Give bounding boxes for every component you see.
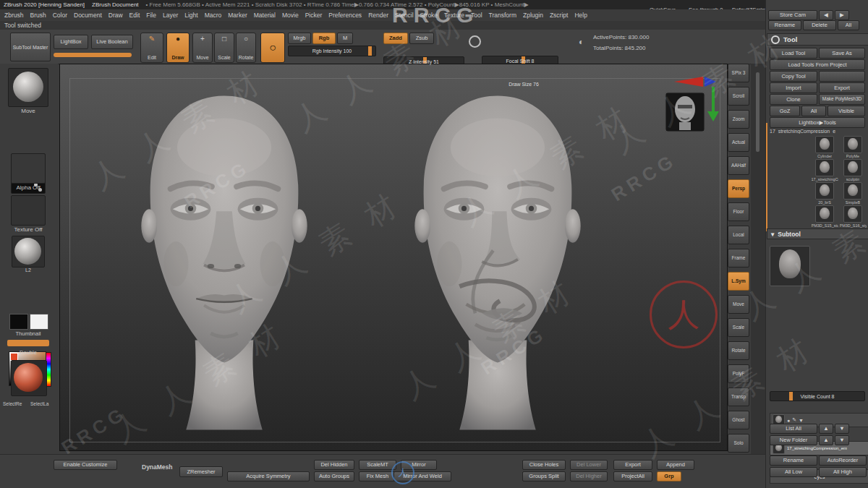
right-shelf-button[interactable]: Scroll: [728, 87, 749, 106]
menu-item[interactable]: Edit: [129, 12, 140, 19]
menu-item[interactable]: Picker: [305, 12, 323, 19]
export-button[interactable]: Export: [819, 82, 865, 93]
subtool-header[interactable]: ▾ Subtool: [767, 228, 868, 239]
grp-button[interactable]: Grp: [657, 471, 681, 481]
right-shelf-button[interactable]: L.Sym: [728, 272, 749, 291]
menu-item[interactable]: Zplugin: [523, 12, 543, 19]
right-shelf-button[interactable]: AAHalf: [728, 156, 749, 175]
right-shelf-button[interactable]: Move: [728, 295, 749, 314]
rgb-intensity-slider[interactable]: Rgb Intensity 100: [288, 46, 376, 56]
folder-down-button[interactable]: ▼: [835, 435, 849, 445]
tool-thumbnail[interactable]: sculptin: [839, 159, 867, 181]
menu-item[interactable]: Render: [368, 12, 388, 19]
live-boolean-button[interactable]: Live Boolean: [91, 35, 133, 49]
tool-thumbnail[interactable]: PolyMe: [839, 136, 867, 158]
folder-up-button[interactable]: ▲: [819, 435, 833, 445]
all-button[interactable]: All: [838, 20, 859, 30]
menu-item[interactable]: Marker: [228, 12, 247, 19]
load-tools-from-project-button[interactable]: Load Tools From Project: [770, 59, 865, 70]
select-rect-label[interactable]: SelectRe: [3, 402, 22, 407]
menu-item[interactable]: Preferences: [328, 12, 362, 19]
move-button[interactable]: + Move: [192, 33, 213, 63]
right-shelf-button[interactable]: Transp: [728, 388, 749, 406]
make-polymesh3d-button[interactable]: Make PolyMesh3D: [819, 94, 865, 105]
secondary-color-swatch[interactable]: [30, 314, 48, 330]
menu-item[interactable]: Stroke: [420, 12, 438, 19]
right-shelf-button[interactable]: Zoom: [728, 110, 749, 129]
right-shelf-button[interactable]: Rotate: [728, 341, 749, 360]
right-shelf-button[interactable]: Solo: [728, 434, 749, 453]
enable-customize-button[interactable]: Enable Customize: [54, 460, 117, 470]
lightbox-button[interactable]: LightBox: [54, 35, 88, 49]
tool-palette-header[interactable]: Tool: [767, 33, 868, 46]
load-tool-button[interactable]: Load Tool: [770, 48, 817, 59]
tool-thumbnail[interactable]: 20_brS: [811, 182, 838, 205]
tool-thumbnail[interactable]: PM3D_S16_sty: [839, 205, 867, 228]
zremesher-button[interactable]: ZRemesher: [179, 466, 223, 477]
mirror-button[interactable]: Mirror: [401, 460, 437, 470]
rgb-button[interactable]: Rgb: [312, 33, 336, 44]
groups-split-button[interactable]: Groups Split: [522, 471, 566, 481]
menu-item[interactable]: Transform: [489, 12, 516, 19]
del-higher-button[interactable]: Del Higher: [570, 471, 608, 481]
cam-prev-button[interactable]: ◀: [819, 10, 833, 20]
goz-visible-button[interactable]: Visible: [827, 106, 865, 116]
menu-item[interactable]: Material: [254, 12, 276, 19]
right-shelf-button[interactable]: SPix 3: [728, 64, 749, 82]
subtool-list-arrow-icon[interactable]: ▼: [799, 418, 804, 423]
dynamesh-button[interactable]: DynaMesh: [142, 464, 173, 471]
panel-scrollbar[interactable]: [756, 72, 760, 152]
menu-item[interactable]: Stencil: [395, 12, 414, 19]
alpha-thumbnail[interactable]: [11, 153, 46, 184]
all-low-button[interactable]: All Low: [770, 467, 817, 477]
focal-shift-slider[interactable]: Focal Shift 8: [482, 56, 558, 67]
menu-item[interactable]: Draw: [109, 12, 123, 19]
draw-size-slider[interactable]: Draw Size 76: [482, 79, 566, 90]
menu-item[interactable]: Texture: [444, 12, 464, 19]
del-hidden-button[interactable]: Del Hidden: [314, 460, 354, 470]
zsub-button[interactable]: Zsub: [409, 33, 434, 44]
right-shelf-button[interactable]: Ghost: [728, 411, 749, 429]
main-color-swatch[interactable]: [9, 314, 28, 330]
mrgb-button[interactable]: Mrgb: [288, 33, 311, 44]
current-tool-thumbnail[interactable]: [770, 246, 810, 286]
clone-button[interactable]: Clone: [770, 94, 817, 105]
right-shelf-button[interactable]: PolyF: [728, 364, 749, 383]
del-lower-button[interactable]: Del Lower: [570, 460, 608, 470]
delete-button[interactable]: Delete: [803, 20, 836, 30]
goz-button[interactable]: GoZ: [770, 106, 800, 116]
menu-item[interactable]: Color: [53, 12, 67, 19]
auto-reorder-button[interactable]: AutoReorder: [819, 455, 867, 466]
current-brush-button[interactable]: ○: [260, 33, 285, 63]
draw-button[interactable]: ● Draw: [166, 33, 190, 63]
menu-item[interactable]: Light: [184, 12, 197, 19]
menu-item[interactable]: Movie: [282, 12, 299, 19]
menu-item[interactable]: Help: [574, 12, 587, 19]
subtool-eye-icon[interactable]: ●: [787, 418, 790, 423]
right-shelf-button[interactable]: Actual: [728, 133, 749, 152]
subtool-rename-button[interactable]: Rename: [770, 455, 817, 466]
right-shelf-button[interactable]: Frame: [728, 249, 749, 267]
lightbox-tools-button[interactable]: Lightbox▶Tools: [770, 117, 865, 128]
import-button[interactable]: Import: [770, 82, 817, 93]
menu-item[interactable]: Layer: [163, 12, 178, 19]
menu-item[interactable]: Document: [74, 12, 102, 19]
current-brush-thumbnail[interactable]: [8, 68, 48, 107]
menu-item[interactable]: Tool: [471, 12, 482, 19]
material-thumbnail[interactable]: [12, 236, 45, 267]
mirror-and-weld-button[interactable]: Mirror And Weld: [393, 471, 451, 481]
right-shelf-button[interactable]: Local: [728, 226, 749, 244]
subtool-master-button[interactable]: SubTool Master: [10, 33, 51, 61]
menu-item[interactable]: Macro: [205, 12, 222, 19]
red-material-thumbnail[interactable]: [11, 360, 47, 396]
cam-next-button[interactable]: ▶: [835, 10, 849, 20]
scale-button[interactable]: □ Scale: [214, 33, 234, 63]
list-all-button[interactable]: List All: [770, 424, 817, 434]
thumbnail-bar[interactable]: [7, 340, 49, 346]
export-bottom-button[interactable]: Export: [613, 460, 652, 470]
select-lasso-label[interactable]: SelectLa: [30, 402, 48, 407]
new-folder-button[interactable]: New Folder: [770, 435, 817, 445]
append-button[interactable]: Append: [657, 460, 694, 470]
visible-count-slider[interactable]: Visible Count 8: [770, 391, 865, 401]
tool-thumbnail[interactable]: SimpleB: [839, 182, 867, 205]
